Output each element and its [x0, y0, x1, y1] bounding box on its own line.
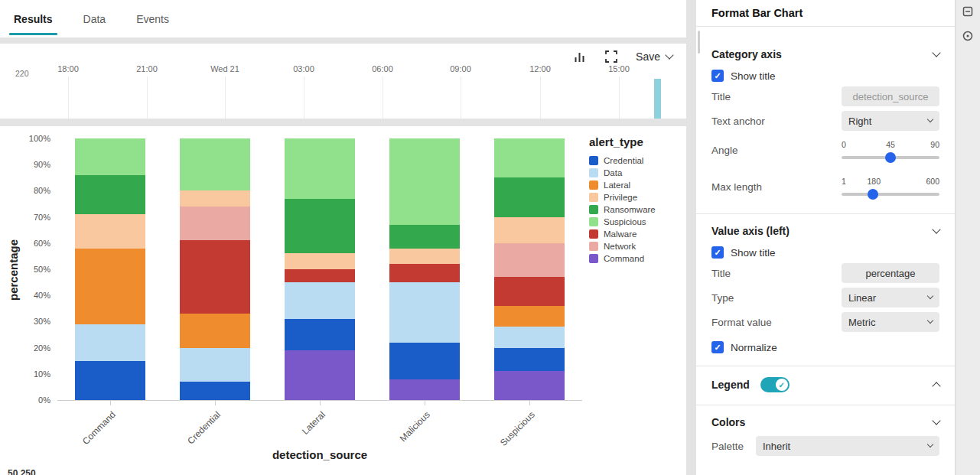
bar-segment[interactable] [180, 190, 250, 207]
tab-events[interactable]: Events [136, 0, 169, 37]
palette-row: Palette Inherit [711, 436, 939, 456]
y-axis-tick-label: 40% [15, 291, 50, 300]
bar-segment[interactable] [285, 282, 355, 319]
bar-segment[interactable] [180, 240, 250, 314]
bar-segment[interactable] [285, 138, 355, 199]
section-header-legend[interactable]: Legend ✓ [711, 377, 939, 392]
slider-tick-labels: 1 180 600 [842, 177, 939, 187]
format-value-dropdown[interactable]: Metric [842, 312, 939, 332]
chevron-down-icon[interactable] [932, 416, 940, 425]
legend-item[interactable]: Command [589, 252, 656, 265]
normalize-checkbox[interactable]: ✓ [711, 341, 724, 353]
slider-track[interactable] [842, 193, 939, 196]
legend-label: Ransomware [604, 205, 656, 214]
legend-item[interactable]: Privilege [589, 191, 656, 203]
x-axis-category-label: Lateral [260, 409, 327, 475]
text-anchor-row: Text anchor Right [711, 111, 939, 131]
tab-data[interactable]: Data [83, 0, 106, 37]
bar-segment[interactable] [180, 314, 250, 347]
bar-segment[interactable] [494, 177, 565, 216]
timeline-tick-line [383, 76, 383, 119]
bar-segment[interactable] [75, 175, 145, 214]
bar-segment[interactable] [389, 225, 460, 249]
slider-knob[interactable] [885, 152, 896, 163]
bar-segment[interactable] [180, 138, 250, 190]
chart-columns-icon[interactable] [573, 50, 587, 63]
show-title-checkbox[interactable]: ✓ [711, 70, 724, 82]
timeline-tick-label: Wed 21 [210, 64, 239, 73]
show-title-checkbox-row: ✓ Show title [711, 246, 939, 259]
legend-item[interactable]: Suspicious [589, 216, 656, 228]
bar-segment[interactable] [75, 214, 145, 248]
legend-item[interactable]: Credential [589, 155, 656, 167]
chevron-down-icon[interactable] [932, 48, 940, 57]
bar-segment[interactable] [389, 343, 460, 379]
timeline-tick-line [225, 76, 226, 119]
bar-segment[interactable] [494, 327, 565, 347]
tab-results[interactable]: Results [14, 0, 53, 37]
angle-slider[interactable]: 0 45 90 [842, 140, 939, 164]
type-dropdown[interactable]: Linear [842, 288, 939, 307]
x-axis-tick [110, 401, 111, 405]
bar-segment[interactable] [285, 269, 355, 282]
legend-item[interactable]: Data [589, 167, 656, 179]
bar-segment[interactable] [389, 138, 460, 225]
legend-item[interactable]: Lateral [589, 179, 656, 191]
palette-dropdown[interactable]: Inherit [756, 436, 939, 456]
bar-segment[interactable] [75, 361, 145, 400]
bar-segment[interactable] [389, 249, 460, 265]
bar-segment[interactable] [389, 264, 460, 282]
text-anchor-dropdown[interactable]: Right [842, 111, 939, 131]
save-button[interactable]: Save [636, 50, 672, 63]
bar-segment[interactable] [389, 379, 460, 400]
legend-toggle[interactable]: ✓ [760, 377, 790, 392]
type-row: Type Linear [711, 288, 939, 307]
value-title-input[interactable]: percentage [842, 263, 939, 283]
bar-segment[interactable] [180, 382, 250, 400]
timeline-tick-line [147, 76, 148, 119]
bar-segment[interactable] [494, 371, 565, 400]
bar-segment[interactable] [494, 138, 565, 177]
bar-segment[interactable] [494, 243, 565, 277]
bar-segment[interactable] [180, 207, 250, 240]
section-header-value-axis[interactable]: Value axis (left) [711, 225, 939, 237]
legend-label: Credential [604, 156, 643, 165]
legend-item[interactable]: Network [589, 240, 656, 252]
bar-segment[interactable] [285, 199, 355, 254]
legend-item[interactable]: Malware [589, 228, 656, 240]
scrollbar[interactable] [698, 31, 700, 54]
bar-segment[interactable] [494, 306, 565, 327]
max-length-slider[interactable]: 1 180 600 [842, 177, 939, 201]
bar-segment[interactable] [494, 348, 565, 372]
bar-segment[interactable] [285, 253, 355, 269]
bar-segment[interactable] [75, 138, 145, 175]
bar-segment[interactable] [494, 277, 565, 306]
bar-segment[interactable] [389, 282, 460, 343]
dropdown-value: Right [848, 115, 871, 127]
browser-extension-icon[interactable] [962, 6, 973, 20]
section-title: Legend [711, 379, 750, 391]
bar-segment[interactable] [75, 249, 145, 324]
category-title-input[interactable]: detection_source [842, 86, 939, 106]
browser-reader-icon[interactable] [962, 31, 973, 44]
fullscreen-icon[interactable] [605, 50, 617, 63]
y-axis-tick-label: 90% [15, 160, 50, 169]
x-axis-tick [215, 401, 216, 405]
bar-segment[interactable] [285, 319, 355, 350]
bar-segment[interactable] [180, 348, 250, 382]
section-header-colors[interactable]: Colors [711, 416, 939, 428]
legend-item[interactable]: Ransomware [589, 203, 656, 216]
timeline-histogram-bar[interactable] [654, 79, 661, 119]
section-header-category-axis[interactable]: Category axis [711, 48, 939, 60]
bar-segment[interactable] [285, 350, 355, 400]
bar-segment[interactable] [75, 324, 145, 361]
x-axis-category-label: Suspicious [470, 409, 537, 475]
chevron-down-icon[interactable] [932, 225, 940, 233]
show-title-checkbox[interactable]: ✓ [711, 246, 724, 259]
legend-swatch [589, 193, 598, 202]
chevron-up-icon[interactable] [932, 382, 940, 390]
x-axis-tick [425, 401, 425, 405]
slider-knob[interactable] [868, 189, 878, 200]
legend-swatch [589, 156, 598, 165]
bar-segment[interactable] [494, 217, 565, 243]
